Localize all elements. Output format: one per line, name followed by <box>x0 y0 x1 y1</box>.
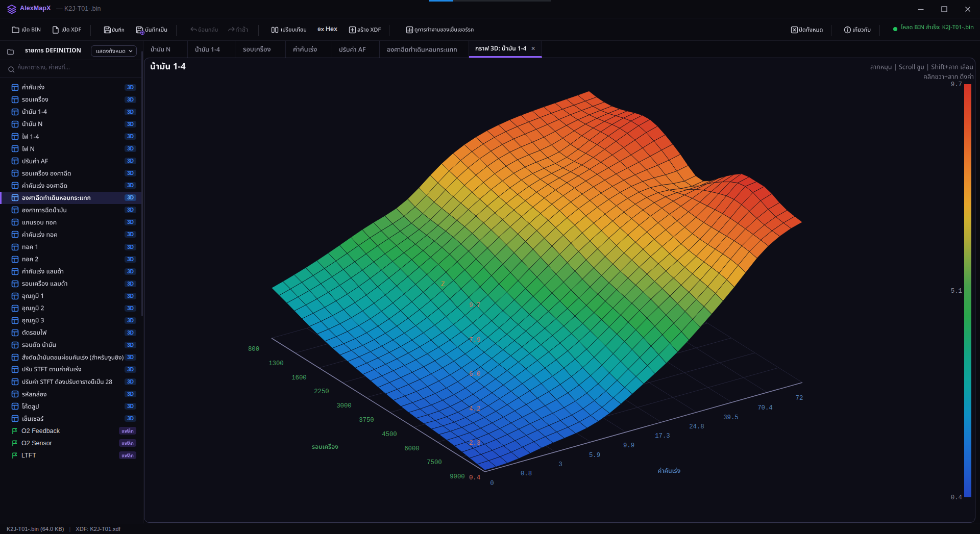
svg-text:72: 72 <box>796 395 803 402</box>
svg-text:17.3: 17.3 <box>655 433 670 440</box>
svg-text:5.9: 5.9 <box>589 452 600 459</box>
svg-text:3: 3 <box>558 461 562 468</box>
svg-text:0: 0 <box>490 480 494 487</box>
svg-text:9.7: 9.7 <box>469 302 480 309</box>
svg-text:0.4: 0.4 <box>469 474 480 481</box>
svg-text:6.0: 6.0 <box>469 371 480 378</box>
svg-text:0.8: 0.8 <box>521 470 532 477</box>
svg-text:6000: 6000 <box>404 445 420 452</box>
svg-text:2.3: 2.3 <box>469 440 480 447</box>
svg-text:9.9: 9.9 <box>623 442 634 449</box>
svg-text:Z: Z <box>441 281 445 288</box>
svg-text:4500: 4500 <box>382 431 397 438</box>
svg-text:3750: 3750 <box>359 417 374 424</box>
svg-text:9000: 9000 <box>450 473 465 480</box>
svg-text:4.2: 4.2 <box>469 405 480 413</box>
svg-text:3000: 3000 <box>336 402 352 410</box>
svg-text:7.9: 7.9 <box>469 337 480 344</box>
svg-text:800: 800 <box>248 346 259 353</box>
svg-text:39.5: 39.5 <box>723 414 739 421</box>
svg-text:1600: 1600 <box>291 374 307 382</box>
svg-text:24.8: 24.8 <box>689 423 704 430</box>
svg-text:7500: 7500 <box>427 459 442 466</box>
svg-text:1300: 1300 <box>268 360 284 367</box>
svg-text:2250: 2250 <box>314 388 329 395</box>
svg-text:70.4: 70.4 <box>757 404 773 412</box>
